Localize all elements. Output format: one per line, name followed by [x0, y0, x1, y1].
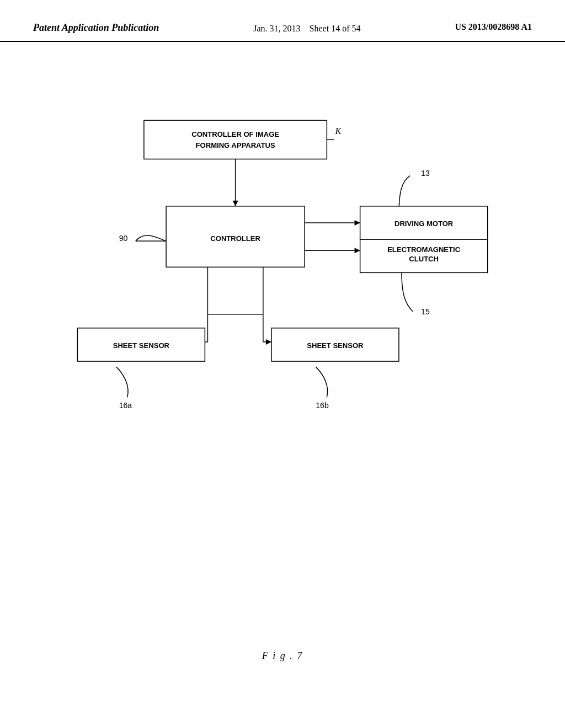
- label-16b: 16b: [316, 401, 329, 410]
- page-header: Patent Application Publication Jan. 31, …: [0, 0, 565, 42]
- label-13: 13: [421, 169, 430, 178]
- sheet-sensor-left-label: SHEET SENSOR: [113, 341, 170, 350]
- header-sheet: Sheet 14 of 54: [310, 24, 361, 33]
- diagram-svg: .svg-label { font-family: 'Arial', sans-…: [33, 88, 532, 618]
- figure-label: F i g . 7: [262, 650, 303, 662]
- patent-number: US 2013/0028698 A1: [455, 22, 532, 32]
- k-label: K: [334, 126, 342, 136]
- top-box-line2: FORMING APPARATUS: [196, 141, 275, 149]
- label-16a: 16a: [119, 401, 132, 410]
- controller-label: CONTROLLER: [210, 234, 260, 243]
- bracket-16b: [316, 367, 327, 397]
- arrow-to-sensor-right: [266, 339, 271, 345]
- bracket-90-curve: [136, 235, 166, 241]
- arrow-to-driving: [355, 220, 360, 226]
- em-clutch-line1: ELECTROMAGNETIC: [387, 245, 460, 254]
- header-date: Jan. 31, 2013: [253, 24, 300, 33]
- publication-type: Patent Application Publication: [33, 22, 159, 34]
- label-90: 90: [119, 234, 128, 243]
- bracket-16a: [116, 367, 128, 397]
- top-controller-box: [144, 120, 327, 159]
- bracket-15: [402, 272, 413, 311]
- header-date-sheet: Jan. 31, 2013 Sheet 14 of 54: [253, 22, 360, 35]
- top-box-line1: CONTROLLER OF IMAGE: [191, 130, 279, 138]
- em-clutch-line2: CLUTCH: [409, 255, 439, 263]
- driving-motor-label: DRIVING MOTOR: [395, 220, 454, 228]
- label-15: 15: [421, 307, 430, 316]
- arrow-top-to-controller: [233, 201, 238, 206]
- arrow-to-em-clutch: [355, 248, 360, 253]
- diagram-area: .svg-label { font-family: 'Arial', sans-…: [33, 88, 532, 618]
- sheet-sensor-right-label: SHEET SENSOR: [307, 341, 364, 350]
